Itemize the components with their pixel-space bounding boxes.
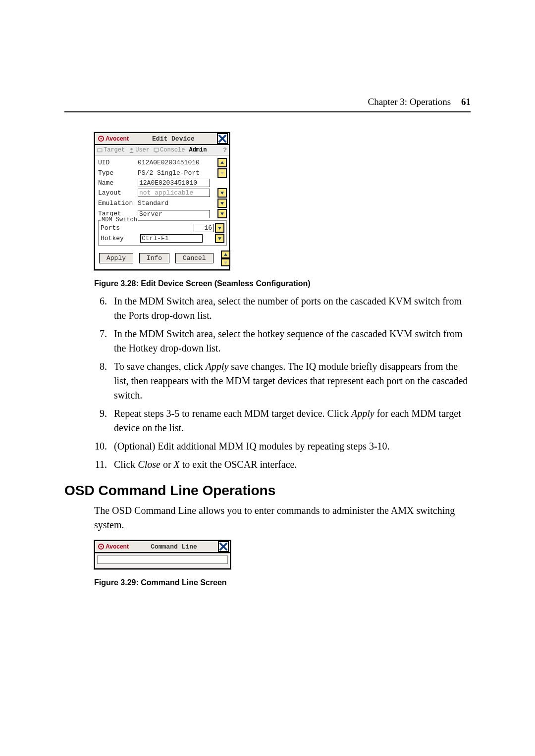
tab-target-label: Target: [104, 147, 125, 153]
step-number: 10.: [94, 439, 107, 454]
hotkey-dropdown-button[interactable]: [215, 234, 224, 243]
edit-device-dialog: Avocent Edit Device Target User: [94, 132, 230, 270]
step-8-text: To save changes, click Apply save change…: [114, 359, 471, 403]
section-intro: The OSD Command Line allows you to enter…: [94, 504, 471, 532]
close-icon: [218, 134, 227, 143]
user-icon: [129, 148, 134, 153]
dialog-titlebar: Avocent Command Line: [95, 541, 230, 553]
figure-3-29-caption: Figure 3.29: Command Line Screen: [94, 578, 471, 587]
list-scroll-down[interactable]: [221, 258, 230, 266]
page-number: 61: [461, 97, 471, 107]
ports-dropdown-button[interactable]: [215, 223, 224, 233]
name-input[interactable]: 12A0E0203451010: [138, 179, 210, 187]
help-button[interactable]: ?: [223, 147, 227, 154]
ports-select[interactable]: 16: [194, 224, 214, 232]
hotkey-label: Hotkey: [101, 233, 140, 244]
logo-icon: [98, 544, 104, 550]
step-number: 9.: [94, 406, 107, 435]
layout-label: Layout: [98, 188, 138, 198]
step-number: 7.: [94, 327, 107, 355]
tab-console-label: Console: [160, 147, 185, 153]
step-number: 11.: [94, 457, 107, 472]
tab-admin[interactable]: Admin: [187, 147, 209, 153]
type-value: PS/2 Single-Port: [138, 168, 216, 178]
tab-admin-label: Admin: [189, 147, 207, 153]
list-scroll-up[interactable]: [221, 251, 230, 258]
logo-text: Avocent: [106, 543, 129, 550]
tab-user-label: User: [135, 147, 150, 153]
console-icon: [154, 148, 159, 153]
tab-console[interactable]: Console: [152, 147, 187, 153]
tab-target[interactable]: Target: [95, 147, 127, 153]
name-label: Name: [98, 178, 138, 188]
close-button[interactable]: [217, 133, 228, 144]
type-label: Type: [98, 168, 138, 178]
svg-rect-2: [98, 149, 102, 152]
step-number: 8.: [94, 359, 107, 403]
uid-label: UID: [98, 157, 138, 168]
avocent-logo: Avocent: [95, 543, 131, 550]
uid-spin-down[interactable]: [217, 168, 227, 178]
layout-dropdown-button[interactable]: [217, 188, 227, 198]
running-header: Chapter 3: Operations 61: [64, 97, 471, 111]
command-line-input[interactable]: [97, 555, 228, 564]
step-6-text: In the MDM Switch area, select the numbe…: [114, 294, 471, 323]
procedure-list: 6. In the MDM Switch area, select the nu…: [94, 294, 471, 472]
info-button[interactable]: Info: [139, 253, 169, 263]
uid-value: 012A0E0203451010: [138, 157, 216, 168]
target-icon: [97, 148, 103, 153]
tab-user[interactable]: User: [127, 147, 152, 153]
header-rule: [64, 111, 471, 112]
target-dropdown-button[interactable]: [217, 209, 227, 218]
step-10-text: (Optional) Edit additional MDM IQ module…: [114, 439, 390, 454]
dialog-tabs: Target User Console Admin ?: [95, 145, 229, 155]
chapter-label: Chapter 3: Operations: [368, 97, 451, 107]
command-line-dialog: Avocent Command Line: [94, 540, 231, 569]
close-button[interactable]: [218, 541, 229, 552]
hotkey-select[interactable]: Ctrl-F1: [140, 234, 203, 243]
avocent-logo: Avocent: [95, 135, 131, 142]
step-11-text: Click Close or X to exit the OSCAR inter…: [114, 457, 297, 472]
emulation-select[interactable]: Standard: [138, 200, 168, 207]
svg-point-3: [131, 148, 133, 150]
target-select[interactable]: Server: [138, 210, 210, 218]
svg-point-1: [101, 138, 102, 140]
step-number: 6.: [94, 294, 107, 323]
mdm-switch-group: MDM Switch Ports 16 Hotkey Ctrl-F1: [98, 220, 227, 246]
logo-icon: [98, 136, 104, 142]
apply-button[interactable]: Apply: [99, 253, 133, 263]
close-icon: [219, 542, 228, 551]
mdm-legend: MDM Switch: [101, 216, 138, 223]
logo-text: Avocent: [106, 135, 129, 142]
emulation-label: Emulation: [98, 198, 138, 208]
svg-rect-4: [154, 148, 159, 151]
dialog-title: Command Line: [131, 543, 217, 551]
ports-label: Ports: [101, 223, 140, 233]
figure-3-28-caption: Figure 3.28: Edit Device Screen (Seamles…: [94, 279, 471, 288]
section-heading: OSD Command Line Operations: [64, 483, 471, 499]
dialog-titlebar: Avocent Edit Device: [95, 133, 229, 145]
step-9-text: Repeat steps 3-5 to rename each MDM targ…: [114, 406, 471, 435]
svg-rect-5: [155, 151, 157, 152]
layout-select[interactable]: not applicable: [138, 189, 210, 197]
uid-spin-up[interactable]: [217, 158, 227, 167]
dialog-title: Edit Device: [131, 135, 216, 143]
emulation-dropdown-button[interactable]: [217, 199, 227, 208]
svg-point-7: [101, 546, 102, 548]
step-7-text: In the MDM Switch area, select the hotke…: [114, 327, 471, 355]
cancel-button[interactable]: Cancel: [175, 253, 214, 263]
